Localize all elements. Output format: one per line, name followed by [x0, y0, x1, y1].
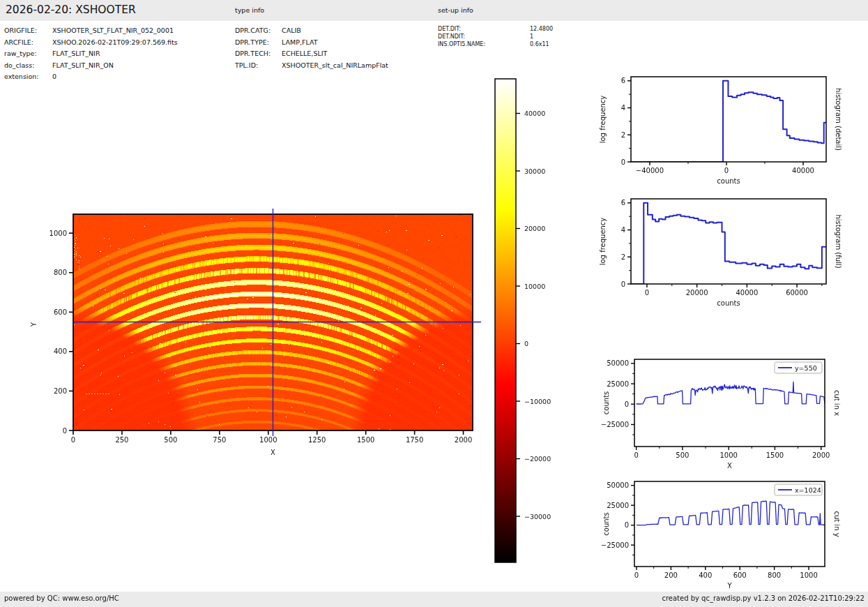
main-yaxis-label: Y [30, 322, 38, 327]
histogram-full-bg [631, 199, 826, 284]
footer-powered-by: powered by QC: www.eso.org/HC [4, 594, 119, 602]
histogram-detail-y-tick-label: 4 [621, 104, 625, 112]
main-x-tick-label: 1250 [308, 436, 326, 444]
histogram-full-x-tick-label: 0 [645, 289, 649, 297]
cut-in-x-x-tick-label: 0 [634, 451, 638, 459]
histogram-detail-y-tick-label: 6 [621, 77, 625, 84]
cut-in-y-y-tick-label: 50000 [607, 481, 629, 489]
main-x-tick-label: 500 [164, 436, 177, 444]
histogram-detail-y-tick-label: 2 [621, 131, 625, 139]
histogram-full-x-tick-label: 40000 [736, 289, 758, 297]
cut-in-y-x-tick-label: 1000 [800, 571, 817, 579]
main-x-tick-label: 1500 [357, 436, 374, 444]
histogram-detail-xaxis-label: counts [717, 177, 740, 185]
cut-in-x-x-tick-label: 1000 [719, 451, 737, 459]
cut-in-y-x-tick-label: 0 [634, 571, 639, 579]
colorbar-tick-label: −20000 [524, 455, 551, 463]
histogram-full-x-tick-label: 60000 [786, 289, 808, 297]
main-x-tick-label: 1000 [259, 436, 277, 444]
footer-bar: powered by QC: www.eso.org/HC created by… [0, 592, 868, 607]
colorbar-tick-label: 40000 [524, 110, 545, 117]
histogram-detail-right-label: histogram (detail) [835, 88, 842, 151]
main-x-tick-label: 1750 [406, 436, 423, 444]
cut-in-y-xaxis-label: Y [726, 582, 732, 590]
cut-in-y-legend-label: x=1024 [795, 486, 821, 494]
colorbar-tick-label: 0 [524, 340, 528, 347]
cut-in-y-right-label: cut in y [833, 511, 841, 537]
histogram-full-y-tick-label: 6 [621, 199, 625, 207]
histogram-full-yaxis-label: log frequency [599, 218, 607, 266]
qc-report-page: 2026-02-20: XSHOOTER type info set-up in… [0, 0, 868, 607]
main-y-tick-label: 200 [54, 387, 67, 395]
cut-in-y-y-tick-label: 25000 [607, 502, 629, 509]
colorbar-tick-label: −30000 [524, 513, 551, 520]
colorbar-frame [495, 79, 516, 562]
histogram-detail-y-tick-label: 0 [621, 158, 625, 166]
histogram-full-right-label: histogram (full) [835, 214, 842, 268]
colorbar-tick-label: 20000 [524, 225, 545, 232]
cut-in-x-xaxis-label: X [727, 462, 732, 470]
histogram-full-x-tick-label: 20000 [686, 289, 708, 297]
cut-in-y-x-tick-label: 600 [733, 571, 747, 579]
histogram-full-xaxis-label: counts [717, 299, 740, 307]
cut-in-x-y-tick-label: −25000 [601, 421, 629, 428]
main-y-tick-label: 0 [63, 427, 67, 435]
histogram-full-y-tick-label: 2 [621, 253, 625, 261]
histogram-detail-x-tick-label: 0 [724, 167, 729, 174]
footer-created-by: created by qc_rawdisp.py v1.2.3 on 2026-… [662, 594, 865, 602]
main-x-tick-label: 250 [115, 436, 128, 444]
cut-in-x-y-tick-label: 50000 [607, 359, 629, 367]
cut-in-x-x-tick-label: 500 [676, 451, 689, 459]
cut-in-y-x-tick-label: 200 [664, 571, 678, 579]
colorbar-tick-label: 30000 [524, 167, 545, 175]
main-xaxis-label: X [271, 449, 275, 456]
cut-in-x-legend-label: y=550 [795, 364, 817, 372]
cut-in-x-x-tick-label: 1500 [766, 451, 784, 459]
histogram-detail-x-tick-label: 40000 [792, 167, 814, 174]
cut-in-y-y-tick-label: −25000 [601, 541, 629, 549]
histogram-full-y-tick-label: 4 [621, 226, 625, 234]
cut-in-x-yaxis-label: counts [602, 391, 610, 414]
main-x-tick-label: 0 [71, 436, 75, 444]
main-x-tick-label: 750 [213, 436, 226, 444]
histogram-detail-x-tick-label: −40000 [636, 167, 664, 174]
main-x-tick-label: 2000 [455, 436, 472, 444]
colorbar-tick-label: 10000 [524, 283, 545, 290]
cut-in-y-x-tick-label: 400 [699, 571, 712, 579]
main-y-tick-label: 800 [54, 269, 67, 276]
cut-in-y-yaxis-label: counts [602, 512, 610, 535]
cut-in-x-y-tick-label: 25000 [607, 380, 629, 388]
main-y-tick-label: 400 [54, 347, 67, 355]
colorbar-tick-label: −10000 [524, 398, 551, 405]
cut-in-x-y-tick-label: 0 [625, 400, 629, 408]
histogram-detail-yaxis-label: log frequency [599, 96, 607, 144]
main-y-tick-label: 1000 [50, 230, 67, 237]
main-y-tick-label: 600 [54, 308, 67, 316]
cut-in-y-x-tick-label: 800 [768, 571, 781, 579]
plots-overlay: 0250500750100012501500175020000200400600… [0, 0, 868, 607]
cut-in-y-y-tick-label: 0 [625, 521, 629, 529]
cut-in-x-x-tick-label: 2000 [812, 451, 830, 459]
histogram-full-y-tick-label: 0 [621, 280, 625, 288]
cut-in-x-right-label: cut in x [833, 390, 841, 416]
